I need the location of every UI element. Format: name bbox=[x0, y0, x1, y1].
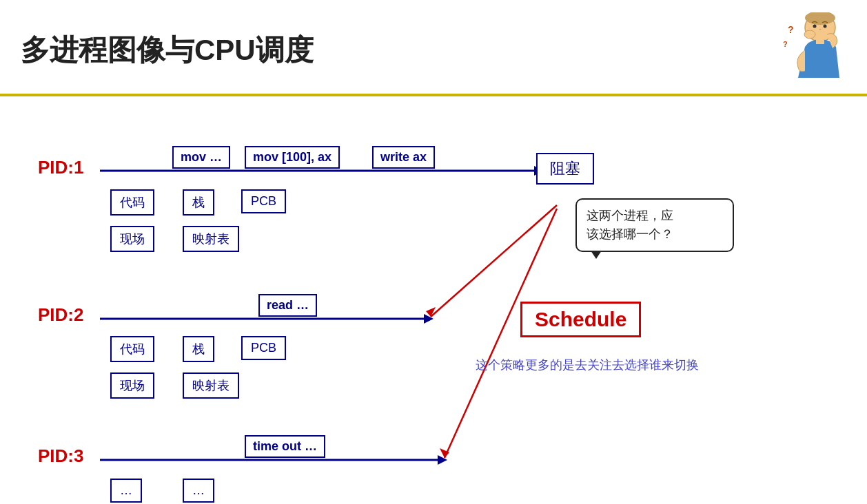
thinking-person-icon: ? ? bbox=[771, 12, 846, 88]
svg-text:?: ? bbox=[788, 24, 794, 35]
svg-text:?: ? bbox=[783, 40, 788, 48]
svg-rect-5 bbox=[816, 39, 824, 44]
pid2-mem-code: 代码 bbox=[110, 336, 154, 362]
pid2-mem-scene: 现场 bbox=[110, 372, 154, 399]
instr-mov2: mov [100], ax bbox=[245, 146, 340, 169]
title-text: 多进程图像与CPU调度 bbox=[21, 34, 314, 66]
pid1-mem-pcb: PCB bbox=[241, 189, 286, 213]
pid1-mem-code: 代码 bbox=[110, 189, 154, 216]
svg-line-14 bbox=[431, 205, 557, 317]
svg-marker-11 bbox=[424, 314, 434, 324]
character-illustration: ? ? bbox=[771, 12, 846, 88]
svg-marker-15 bbox=[426, 307, 436, 317]
page-title: 多进程图像与CPU调度 bbox=[21, 31, 314, 70]
header: 多进程图像与CPU调度 ? bbox=[0, 0, 867, 94]
speech-bubble: 这两个进程，应 该选择哪一个？ bbox=[575, 198, 734, 252]
svg-point-3 bbox=[824, 25, 827, 28]
info-text: 这个策略更多的是去关注去选择谁来切换 bbox=[476, 357, 699, 373]
pid1-mem-stack: 栈 bbox=[183, 189, 214, 216]
pid1-label: PID:1 bbox=[38, 157, 83, 178]
pid2-mem-stack: 栈 bbox=[183, 336, 214, 362]
svg-marker-17 bbox=[440, 448, 449, 458]
pid3-label: PID:3 bbox=[38, 445, 83, 467]
pid2-mem-pcb: PCB bbox=[241, 336, 286, 360]
pid1-mem-scene: 现场 bbox=[110, 226, 154, 252]
main-content: PID:1 mov … mov [100], ax write ax 阻塞 代码… bbox=[0, 96, 867, 504]
svg-point-2 bbox=[813, 25, 817, 28]
instr-write-ax: write ax bbox=[372, 146, 435, 169]
pid3-mem-dots2: … bbox=[183, 479, 214, 503]
instr-timeout: time out … bbox=[245, 435, 325, 458]
instr-read: read … bbox=[258, 294, 317, 317]
pid1-mem-maptable: 映射表 bbox=[183, 226, 239, 252]
svg-point-4 bbox=[804, 30, 815, 39]
instr-mov1: mov … bbox=[172, 146, 230, 169]
pid3-mem-dots1: … bbox=[110, 479, 142, 503]
svg-marker-13 bbox=[438, 455, 447, 465]
schedule-box: Schedule bbox=[520, 302, 641, 337]
blocking-box: 阻塞 bbox=[536, 153, 594, 185]
pid2-mem-maptable: 映射表 bbox=[183, 372, 239, 399]
pid2-label: PID:2 bbox=[38, 304, 83, 326]
